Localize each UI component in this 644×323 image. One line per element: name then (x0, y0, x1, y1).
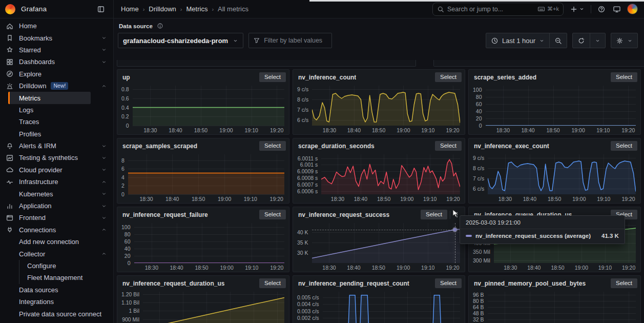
sidebar-nav: HomeBookmarksStarredDashboardsExploreDri… (0, 18, 113, 320)
sidebar-item-logs[interactable]: Logs (0, 104, 113, 116)
select-button[interactable]: Select (259, 141, 286, 151)
refresh-controls (572, 33, 606, 48)
refresh-interval-button[interactable] (590, 33, 605, 48)
select-button[interactable]: Select (611, 141, 637, 151)
metrics-scroll-area[interactable]: upSelect0.80.80.60.60.40.40.20.20018:301… (114, 60, 644, 323)
panel-title: nv_inference_pending_request_count (298, 280, 409, 287)
chart-plot[interactable] (323, 292, 460, 323)
select-button[interactable]: Select (435, 278, 462, 288)
x-tick-label: 18:30 (143, 127, 157, 133)
y-tick-label: 0 (121, 191, 124, 197)
select-button[interactable]: Select (259, 72, 286, 82)
y-tick-label: 0.005 c/s (297, 294, 319, 300)
series-line (133, 86, 284, 126)
sidebar-item-starred[interactable]: Starred (0, 44, 113, 56)
search-box[interactable]: ⌘+k (432, 3, 564, 16)
y-axis: 40 K40 K35 K35 K30 K30 K (297, 223, 308, 263)
select-button[interactable]: Select (435, 72, 462, 82)
breadcrumb-metrics[interactable]: Metrics (186, 5, 208, 13)
avatar[interactable] (627, 4, 638, 14)
sidebar-item-configure[interactable]: Configure (0, 260, 113, 272)
help-button[interactable] (596, 4, 607, 14)
sidebar-item-infrastructure[interactable]: Infrastructure (0, 176, 113, 188)
panel-title: scrape_series_added (474, 74, 536, 81)
sidebar-item-private-data-source-connect[interactable]: Private data source connect (0, 308, 113, 319)
sidebar-item-add-new-connection[interactable]: Add new connection (0, 236, 113, 248)
select-button[interactable]: Select (435, 141, 462, 151)
info-icon[interactable] (156, 22, 164, 30)
x-tick-label: 18:50 (195, 265, 208, 271)
time-range-button[interactable]: Last 1 hour (486, 33, 549, 48)
mouse-cursor (452, 209, 459, 218)
series-line (486, 86, 636, 126)
y-tick-label: 7 c/s (297, 107, 308, 113)
y-axis: 100100808060604040202000 (121, 223, 131, 263)
sidebar-item-frontend[interactable]: Frontend (0, 212, 113, 224)
x-tick-label: 18:40 (523, 196, 536, 202)
chart-plot[interactable] (486, 86, 636, 126)
y-tick-label: 60 (476, 101, 482, 107)
sidebar-item-label: Starred (19, 46, 41, 54)
search-input[interactable] (447, 6, 534, 13)
sidebar-item-alerts-irm[interactable]: Alerts & IRM (0, 140, 113, 152)
breadcrumb-drilldown[interactable]: Drilldown (149, 5, 176, 13)
sidebar-item-explore[interactable]: Explore (0, 68, 113, 80)
settings-button[interactable] (611, 33, 637, 48)
x-tick-label: 19:10 (245, 127, 258, 133)
label-filter-input[interactable] (264, 37, 327, 44)
sidebar-item-label: Collector (19, 250, 45, 258)
sidebar-item-bookmarks[interactable]: Bookmarks (0, 32, 113, 44)
refresh-button[interactable] (573, 33, 590, 48)
sidebar-item-traces[interactable]: Traces (0, 116, 113, 128)
metric-panel-nv-pinned-memory-pool-used-bytes: nv_pinned_memory_pool_used_bytesSelect96… (468, 275, 641, 323)
add-button[interactable] (569, 4, 586, 14)
news-button[interactable] (612, 4, 622, 14)
sidebar-item-label: Testing & synthetics (19, 154, 78, 162)
sidebar-item-metrics[interactable]: Metrics (8, 92, 91, 104)
label-filter[interactable] (248, 33, 332, 48)
chart-plot[interactable] (488, 292, 636, 323)
dock-sidebar-button[interactable] (96, 4, 106, 14)
sidebar-item-data-sources[interactable]: Data sources (0, 284, 113, 296)
select-button[interactable]: Select (259, 210, 286, 219)
series-line (488, 154, 636, 194)
sidebar-item-cloud-provider[interactable]: Cloud provider (0, 164, 113, 176)
y-tick-label: 0.003 c/s (297, 308, 319, 314)
metric-panel-nv-inference-request-success: nv_inference_request_successSelect40 K40… (293, 207, 465, 272)
chart-plot[interactable] (143, 292, 284, 323)
sidebar-item-integrations[interactable]: Integrations (0, 296, 113, 308)
panel-title: nv_inference_request_duration_us (122, 280, 224, 287)
chart-plot[interactable] (312, 86, 460, 126)
select-button[interactable]: Select (611, 278, 637, 288)
sidebar-item-kubernetes[interactable]: Kubernetes (0, 188, 113, 199)
chart-plot[interactable] (128, 154, 284, 194)
select-button[interactable]: Select (611, 72, 637, 82)
x-tick-label: 18:50 (377, 196, 390, 202)
sidebar-item-label: Kubernetes (19, 190, 53, 198)
sidebar-item-fleet-management[interactable]: Fleet Management (0, 272, 113, 284)
sidebar-item-dashboards[interactable]: Dashboards (0, 56, 113, 68)
breadcrumb-home[interactable]: Home (121, 5, 139, 13)
x-tick-label: 18:50 (372, 127, 385, 133)
chart-plot[interactable] (488, 154, 636, 194)
select-button[interactable]: Select (421, 210, 447, 219)
zoom-out-button[interactable] (549, 33, 567, 48)
chart-plot[interactable] (321, 154, 460, 194)
chart-plot[interactable] (312, 223, 460, 263)
datasource-picker[interactable]: grafanacloud-csharizededa-prom (118, 33, 243, 48)
sidebar-item-collector[interactable]: Collector (0, 248, 113, 259)
sidebar-item-drilldown[interactable]: DrilldownNew! (0, 80, 113, 92)
chevron-down-icon (101, 143, 107, 149)
sidebar-item-label: Frontend (19, 214, 46, 221)
sidebar-item-profiles[interactable]: Profiles (0, 128, 113, 140)
y-tick-label: 1 Bil (129, 308, 139, 314)
chart-plot[interactable] (133, 86, 284, 126)
chart-plot[interactable] (134, 223, 284, 263)
chart-area: 40 K40 K35 K35 K30 K30 K18:3018:4018:501… (293, 220, 465, 272)
x-tick-label: 19:10 (421, 127, 434, 133)
select-button[interactable]: Select (259, 278, 286, 288)
sidebar-item-home[interactable]: Home (0, 20, 113, 32)
sidebar-item-testing-synthetics[interactable]: Testing & synthetics (0, 152, 113, 164)
sidebar-item-connections[interactable]: Connections (0, 224, 113, 236)
sidebar-item-application[interactable]: Application (0, 200, 113, 212)
